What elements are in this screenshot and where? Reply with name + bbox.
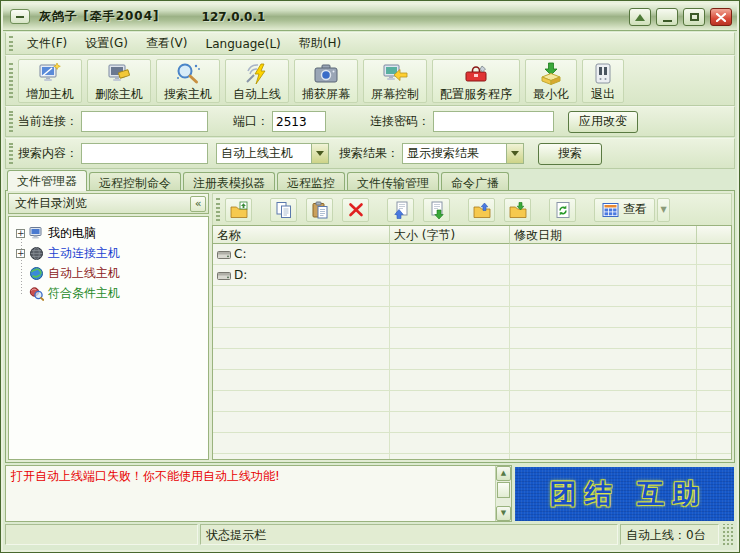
directory-panel-title: 文件目录浏览 bbox=[15, 195, 190, 212]
search-scope-select[interactable]: 自动上线主机 bbox=[216, 143, 329, 164]
connection-row-grip[interactable] bbox=[9, 111, 13, 132]
delete-host-icon bbox=[106, 61, 132, 87]
auto-online-button[interactable]: 自动上线 bbox=[225, 59, 289, 103]
search-host-button[interactable]: 搜索主机 bbox=[156, 59, 220, 103]
connection-password-input[interactable] bbox=[433, 111, 554, 132]
view-more-button[interactable]: ▼ bbox=[657, 198, 670, 222]
config-service-label: 配置服务程序 bbox=[440, 88, 512, 101]
download-file-button[interactable] bbox=[423, 198, 450, 222]
file-toolbar: 查看 ▼ bbox=[212, 193, 732, 225]
search-result-value: 显示搜索结果 bbox=[403, 144, 506, 163]
menu-language[interactable]: Language(L) bbox=[197, 34, 290, 54]
search-result-select[interactable]: 显示搜索结果 bbox=[402, 143, 524, 164]
menu-help[interactable]: 帮助(H) bbox=[290, 32, 350, 55]
column-header-modified[interactable]: 修改日期 bbox=[510, 226, 697, 244]
menubar-grip[interactable] bbox=[9, 36, 13, 51]
tab-command-broadcast[interactable]: 命令广播 bbox=[441, 172, 509, 191]
drive-name: C: bbox=[234, 247, 246, 261]
tree-item-matching-hosts[interactable]: 符合条件主机 bbox=[13, 283, 204, 303]
up-directory-button[interactable] bbox=[225, 198, 252, 222]
message-scrollbar[interactable]: ▲ ▼ bbox=[495, 466, 511, 521]
search-scope-arrow-icon[interactable] bbox=[311, 144, 328, 163]
minimize-icon bbox=[663, 20, 672, 22]
tab-file-manager[interactable]: 文件管理器 bbox=[7, 170, 87, 191]
current-connection-input[interactable] bbox=[81, 111, 208, 132]
toolbar-grip[interactable] bbox=[9, 63, 13, 98]
capture-screen-icon bbox=[313, 61, 339, 87]
port-input[interactable] bbox=[272, 111, 326, 132]
search-host-icon bbox=[175, 61, 201, 87]
upload-file-icon bbox=[392, 201, 410, 219]
close-button[interactable] bbox=[710, 8, 732, 26]
tree-item-label: 自动上线主机 bbox=[48, 265, 120, 282]
upload-file-button[interactable] bbox=[387, 198, 414, 222]
collapse-panel-button[interactable]: « bbox=[190, 196, 206, 212]
tree-item-auto-online-hosts[interactable]: 自动上线主机 bbox=[13, 263, 204, 283]
delete-host-button[interactable]: 删除主机 bbox=[87, 59, 151, 103]
download-folder-button[interactable] bbox=[504, 198, 531, 222]
apply-changes-button[interactable]: 应用改变 bbox=[568, 111, 638, 133]
search-scope-value: 自动上线主机 bbox=[217, 144, 311, 163]
search-row-grip[interactable] bbox=[9, 143, 13, 164]
add-host-label: 增加主机 bbox=[26, 88, 74, 101]
search-content-input[interactable] bbox=[81, 143, 208, 164]
minimize-button[interactable] bbox=[656, 8, 678, 26]
config-service-icon bbox=[463, 61, 489, 87]
config-service-button[interactable]: 配置服务程序 bbox=[432, 59, 520, 103]
scrollbar-thumb[interactable] bbox=[497, 482, 510, 498]
view-button[interactable]: 查看 bbox=[594, 198, 655, 222]
paste-icon bbox=[311, 201, 329, 219]
auto-online-icon bbox=[244, 61, 270, 87]
file-row-drive-d[interactable]: D: bbox=[213, 265, 731, 286]
empty-row bbox=[213, 391, 731, 412]
expander-icon[interactable]: + bbox=[16, 249, 25, 258]
window-title: 灰鸽子 [牵手2004] bbox=[39, 8, 160, 25]
minimize-to-tray-button[interactable]: 最小化 bbox=[525, 59, 577, 103]
menu-view[interactable]: 查看(V) bbox=[137, 32, 197, 55]
column-header-name[interactable]: 名称 bbox=[213, 226, 390, 244]
maximize-button[interactable] bbox=[683, 8, 705, 26]
file-toolbar-grip[interactable] bbox=[216, 198, 220, 220]
menu-file[interactable]: 文件(F) bbox=[18, 32, 76, 55]
empty-row bbox=[213, 349, 731, 370]
empty-row bbox=[213, 433, 731, 454]
auto-online-label: 自动上线 bbox=[233, 88, 281, 101]
copy-button[interactable] bbox=[270, 198, 297, 222]
search-button[interactable]: 搜索 bbox=[538, 143, 602, 165]
tab-file-transfer[interactable]: 文件传输管理 bbox=[347, 172, 439, 191]
refresh-button[interactable] bbox=[549, 198, 576, 222]
message-log: 打开自动上线端口失败！你不能使用自动上线功能! ▲ ▼ bbox=[5, 465, 512, 522]
tab-remote-monitor[interactable]: 远程监控 bbox=[277, 172, 345, 191]
file-row-drive-c[interactable]: C: bbox=[213, 244, 731, 265]
file-manager-page: 文件目录浏览 « + 我的电脑 + 主动连接主机 bbox=[5, 190, 735, 463]
search-result-arrow-icon[interactable] bbox=[506, 144, 523, 163]
menu-settings[interactable]: 设置(G) bbox=[76, 32, 137, 55]
screen-control-button[interactable]: 屏幕控制 bbox=[363, 59, 427, 103]
rollup-button[interactable] bbox=[629, 8, 651, 26]
exit-button[interactable]: 退出 bbox=[582, 59, 624, 103]
status-hint: 状态提示栏 bbox=[200, 524, 618, 545]
system-menu-icon[interactable] bbox=[10, 9, 30, 24]
resize-grip[interactable] bbox=[721, 524, 735, 545]
minimize-tray-label: 最小化 bbox=[533, 88, 569, 101]
paste-button[interactable] bbox=[306, 198, 333, 222]
directory-tree: + 我的电脑 + 主动连接主机 bbox=[8, 216, 209, 460]
my-computer-icon bbox=[29, 226, 44, 240]
tab-remote-control[interactable]: 远程控制命令 bbox=[89, 172, 181, 191]
tab-registry-simulator[interactable]: 注册表模拟器 bbox=[183, 172, 275, 191]
column-header-size[interactable]: 大小 (字节) bbox=[390, 226, 510, 244]
add-host-button[interactable]: 增加主机 bbox=[18, 59, 82, 103]
scroll-down-button[interactable]: ▼ bbox=[496, 506, 511, 521]
upload-folder-icon bbox=[473, 201, 491, 219]
tree-item-active-hosts[interactable]: + 主动连接主机 bbox=[13, 243, 204, 263]
up-directory-icon bbox=[230, 201, 248, 219]
refresh-icon bbox=[554, 201, 572, 219]
capture-screen-button[interactable]: 捕获屏幕 bbox=[294, 59, 358, 103]
expander-icon[interactable]: + bbox=[16, 229, 25, 238]
upload-folder-button[interactable] bbox=[468, 198, 495, 222]
directory-panel: 文件目录浏览 « + 我的电脑 + 主动连接主机 bbox=[8, 193, 209, 460]
tree-item-my-computer[interactable]: + 我的电脑 bbox=[13, 223, 204, 243]
scroll-up-button[interactable]: ▲ bbox=[496, 466, 511, 481]
delete-icon bbox=[347, 201, 365, 219]
delete-file-button[interactable] bbox=[342, 198, 369, 222]
